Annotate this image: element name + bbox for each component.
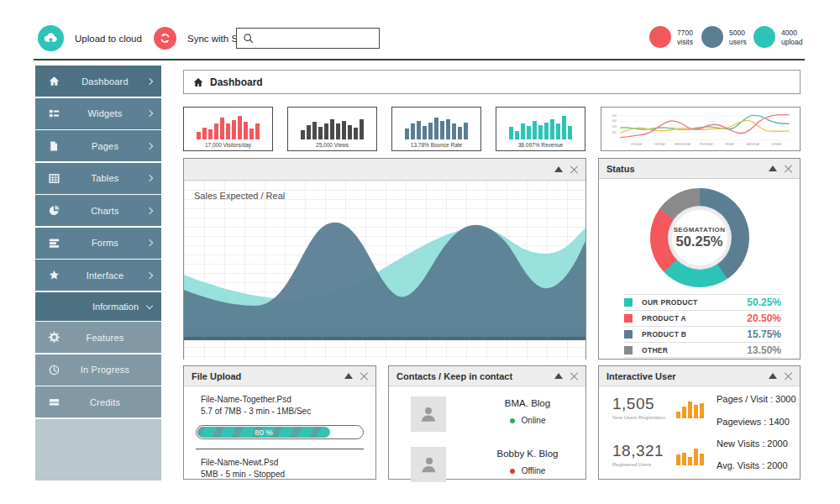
chevron-right-icon — [146, 207, 153, 213]
sidebar-item-pages[interactable]: Pages — [35, 130, 161, 161]
sidebar-item-charts[interactable]: Charts — [35, 195, 161, 226]
chevron-right-icon — [146, 142, 153, 149]
forms-icon — [45, 237, 63, 249]
close-icon[interactable] — [785, 165, 792, 172]
online-status-dot — [510, 418, 515, 423]
sidebar-item-in-progress[interactable]: In Progress — [35, 354, 161, 386]
upload-unit: upload — [781, 38, 803, 46]
sidebar-item-widgets[interactable]: Widgets — [35, 98, 161, 129]
contact-row[interactable]: Bobby K. Blog Offline — [389, 432, 585, 482]
upload-value: 4000 — [781, 29, 797, 37]
visitors-bar-chart — [192, 113, 264, 139]
svg-text:200: 200 — [612, 125, 617, 129]
close-icon[interactable] — [570, 372, 578, 380]
users-stat: 5000 users — [701, 26, 747, 48]
users-value: 5000 — [729, 29, 745, 37]
contact-status: Offline — [522, 466, 546, 475]
table-icon — [45, 172, 63, 185]
sales-chart-title: Sales Expected / Real — [194, 191, 285, 201]
registered-users-metric: 18,321 Registered Users — [612, 442, 664, 467]
revenue-mini-card[interactable]: 38.097% Revenue — [496, 107, 585, 151]
breadcrumb-dashboard-link[interactable]: Dashboard — [210, 76, 263, 88]
collapse-icon[interactable] — [554, 166, 563, 172]
sync-icon — [154, 27, 176, 50]
sidebar-item-forms[interactable]: Forms — [35, 228, 161, 259]
collapse-icon[interactable] — [769, 165, 777, 171]
legend-row: PRODUCT B 15.75% — [624, 326, 781, 342]
interactive-user-panel: Interactive User 1,505 New Users Registr… — [598, 365, 801, 480]
new-users-bar-chart — [676, 401, 705, 418]
status-panel-title: Status — [606, 164, 635, 174]
upload-progress-bar: 80 % — [196, 425, 364, 439]
file2-name: File-Name-Newt.Psd — [201, 457, 364, 469]
views-mini-card[interactable]: 25,000 Views — [287, 107, 377, 151]
users-indicator-icon — [701, 26, 723, 48]
legend-row: PRODUCT A 20.50% — [624, 310, 781, 326]
weekly-trend-card: 400 300 200 100 MONDAY TUESDAY WEDNESDAY… — [601, 107, 801, 151]
svg-text:SUNDAY: SUNDAY — [771, 143, 782, 146]
segmentation-donut-chart: SEGMATATION 50.25% — [650, 188, 749, 287]
contact-name: Bobby K. Blog — [491, 449, 564, 459]
visitors-mini-card[interactable]: 17,000 Visitors/day — [183, 107, 273, 151]
close-icon[interactable] — [360, 372, 368, 380]
chevron-right-icon — [146, 175, 153, 181]
chevron-right-icon — [146, 271, 153, 278]
sidebar-item-dashboard[interactable]: Dashboard — [35, 66, 161, 97]
breadcrumb: Dashboard — [183, 70, 801, 94]
sidebar-item-tables[interactable]: Tables — [35, 163, 161, 194]
pie-chart-icon — [45, 204, 63, 217]
contact-status: Online — [522, 416, 546, 425]
collapse-icon[interactable] — [344, 373, 353, 379]
topbar-divider — [34, 59, 805, 60]
upload-to-cloud-button[interactable]: Upload to cloud — [38, 25, 142, 51]
svg-text:MONDAY: MONDAY — [631, 143, 642, 146]
svg-text:WEDNESDAY: WEDNESDAY — [675, 143, 691, 146]
file1-name: File-Name-Together.Psd — [201, 394, 364, 406]
donut-center-value: 50.25% — [676, 234, 723, 249]
close-icon[interactable] — [570, 165, 578, 173]
avatar — [411, 447, 446, 482]
svg-text:TUESDAY: TUESDAY — [654, 143, 665, 146]
legend-swatch — [624, 298, 633, 307]
users-unit: users — [729, 38, 747, 46]
svg-text:THURSDAY: THURSDAY — [699, 143, 713, 146]
svg-text:SATURDAY: SATURDAY — [746, 143, 759, 146]
sales-panel-header — [184, 159, 585, 181]
legend-swatch — [624, 330, 633, 339]
sidebar-item-information[interactable]: Information — [35, 292, 161, 321]
contact-row[interactable]: BMA. Blog Online — [389, 386, 585, 432]
svg-text:100: 100 — [612, 131, 617, 134]
search-input[interactable] — [257, 34, 376, 44]
revenue-bar-chart — [505, 113, 576, 139]
views-bar-chart — [297, 113, 368, 139]
collapse-icon[interactable] — [554, 373, 563, 379]
close-icon[interactable] — [785, 372, 792, 380]
svg-text:400: 400 — [612, 114, 617, 118]
chevron-right-icon — [146, 110, 153, 117]
contact-name: BMA. Blog — [491, 398, 564, 408]
home-icon — [192, 76, 204, 88]
collapse-icon[interactable] — [769, 373, 777, 379]
sales-area-chart — [184, 181, 585, 359]
star-icon — [45, 269, 63, 281]
file-upload-title: File Upload — [192, 371, 241, 381]
weekly-trend-line-chart: 400 300 200 100 MONDAY TUESDAY WEDNESDAY… — [601, 108, 800, 150]
sidebar-item-interface[interactable]: Interface — [35, 260, 161, 291]
sidebar-item-features[interactable]: Features — [35, 322, 161, 353]
search-box — [236, 28, 380, 49]
registered-users-value: 18,321 — [612, 442, 664, 460]
search-icon — [242, 32, 255, 45]
upload-progress-fill: 80 % — [197, 427, 330, 438]
bounce-rate-mini-card[interactable]: 13.78% Bounce Rate — [391, 107, 481, 151]
upload-indicator-icon — [753, 26, 775, 48]
chevron-right-icon — [146, 239, 153, 246]
interactive-user-header: Interactive User — [599, 366, 800, 386]
page-icon — [45, 140, 63, 152]
visits-value: 7700 — [677, 29, 693, 37]
visits-indicator-icon — [649, 26, 671, 48]
sidebar-item-credits[interactable]: Credits — [35, 386, 161, 417]
cloud-upload-icon — [38, 25, 64, 51]
widgets-icon — [45, 108, 63, 120]
svg-text:300: 300 — [612, 119, 617, 123]
topbar: Upload to cloud Sync with Server 7700 vi… — [0, 0, 840, 59]
